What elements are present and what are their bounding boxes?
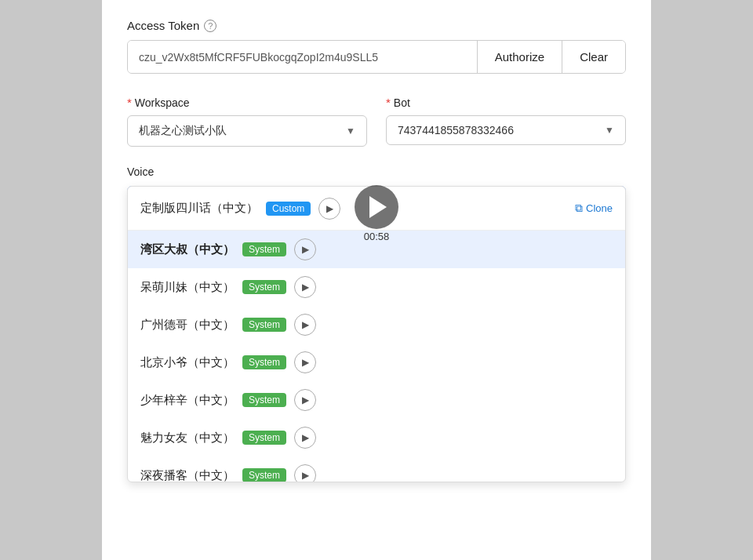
voice-item-tag: System [242, 431, 286, 445]
voice-item-tag: System [242, 318, 286, 332]
workspace-field-group: * Workspace 机器之心测试小队 ▼ [127, 96, 367, 147]
voice-label: Voice [127, 165, 626, 178]
clone-icon: ⧉ [575, 202, 583, 215]
bot-label-text: Bot [394, 96, 410, 109]
help-icon[interactable]: ? [204, 20, 216, 32]
access-token-input[interactable] [128, 41, 477, 73]
bot-required-star: * [386, 96, 391, 109]
voice-list: 湾区大叔（中文） System ▶ 呆萌川妹（中文） System ▶ 广州德哥… [128, 231, 625, 482]
token-row: Authorize Clear [127, 40, 626, 74]
bot-field-group: * Bot 7437441855878332466 ▼ [386, 96, 626, 147]
top-item-tag: Custom [266, 202, 311, 216]
voice-item-tag: System [242, 393, 286, 407]
voice-item-tag: System [242, 355, 286, 369]
big-play-button[interactable] [355, 185, 398, 229]
voice-item-play-button[interactable]: ▶ [294, 276, 316, 298]
voice-item-name: 北京小爷（中文） [140, 355, 235, 370]
voice-dropdown-menu: 定制版四川话（中文） Custom ▶ 00:58 ⧉ Clone [127, 186, 626, 482]
voice-item-play-button[interactable]: ▶ [294, 238, 316, 260]
bot-value: 7437441855878332466 [398, 124, 514, 136]
voice-item-play-button[interactable]: ▶ [294, 464, 316, 482]
access-token-label: Access Token [127, 19, 199, 32]
voice-item-name: 广州德哥（中文） [140, 318, 235, 333]
authorize-button[interactable]: Authorize [477, 41, 562, 73]
main-panel: Access Token ? Authorize Clear * Workspa… [102, 0, 651, 560]
voice-list-item[interactable]: 深夜播客（中文） System ▶ [128, 456, 625, 482]
fields-row: * Workspace 机器之心测试小队 ▼ * Bot 74374418558… [127, 96, 626, 147]
bot-label: * Bot [386, 96, 626, 109]
bot-chevron-icon: ▼ [605, 125, 614, 136]
voice-list-item[interactable]: 魅力女友（中文） System ▶ [128, 419, 625, 456]
voice-item-play-button[interactable]: ▶ [294, 314, 316, 336]
voice-list-item[interactable]: 少年梓辛（中文） System ▶ [128, 381, 625, 419]
access-token-section-label: Access Token ? [127, 19, 626, 32]
voice-item-name: 呆萌川妹（中文） [140, 280, 235, 295]
workspace-required-star: * [127, 96, 132, 109]
voice-item-name: 湾区大叔（中文） [140, 242, 235, 257]
clear-button[interactable]: Clear [562, 41, 625, 73]
voice-item-tag: System [242, 280, 286, 294]
voice-item-play-button[interactable]: ▶ [294, 351, 316, 373]
voice-item-play-button[interactable]: ▶ [294, 389, 316, 411]
voice-item-tag: System [242, 468, 286, 482]
voice-list-item[interactable]: 北京小爷（中文） System ▶ [128, 344, 625, 381]
voice-item-name: 深夜播客（中文） [140, 468, 235, 482]
workspace-value: 机器之心测试小队 [139, 124, 227, 138]
top-item-name: 定制版四川话（中文） [140, 201, 258, 216]
voice-top-item: 定制版四川话（中文） Custom ▶ 00:58 ⧉ Clone [128, 187, 625, 231]
voice-item-name: 魅力女友（中文） [140, 431, 235, 445]
voice-item-name: 少年梓辛（中文） [140, 393, 235, 408]
big-play-icon [369, 196, 387, 218]
voice-list-item[interactable]: 广州德哥（中文） System ▶ [128, 306, 625, 344]
timestamp: 00:58 [364, 231, 390, 242]
workspace-label: * Workspace [127, 96, 367, 109]
voice-section: Voice 湾区大叔（中文） System ▶ ▼ 定制版四川话（中文） Cus… [127, 165, 626, 225]
bot-select[interactable]: 7437441855878332466 ▼ [386, 115, 626, 145]
top-item-play-button[interactable]: ▶ [318, 198, 340, 220]
clone-label: Clone [586, 202, 613, 214]
voice-item-play-button[interactable]: ▶ [294, 427, 316, 449]
voice-list-item[interactable]: 呆萌川妹（中文） System ▶ [128, 268, 625, 306]
workspace-chevron-icon: ▼ [346, 125, 355, 136]
voice-dropdown-container: 湾区大叔（中文） System ▶ ▼ 定制版四川话（中文） Custom ▶ [127, 186, 626, 225]
voice-item-tag: System [242, 242, 286, 256]
workspace-label-text: Workspace [135, 96, 190, 109]
workspace-select[interactable]: 机器之心测试小队 ▼ [127, 115, 367, 147]
clone-button[interactable]: ⧉ Clone [575, 202, 613, 215]
